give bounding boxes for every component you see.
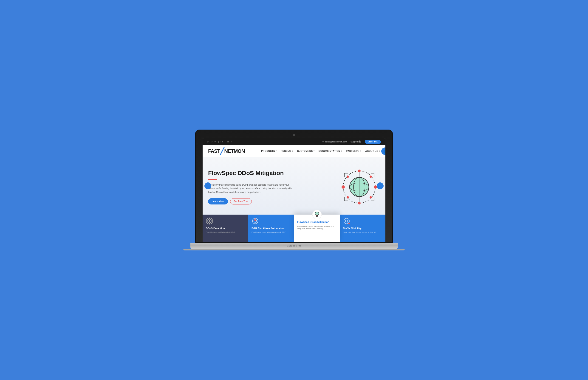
- flowspec-icon-floating: [312, 209, 322, 221]
- macbook-bottom: MacBook Pro: [190, 243, 398, 249]
- hero-title: FlowSpec DDoS Mitigation: [208, 170, 295, 177]
- feature-card-ddos-detection: DDoS Detection Fast, Reliable and Automa…: [202, 215, 248, 242]
- features-section: DDoS Detection Fast, Reliable and Automa…: [202, 215, 386, 242]
- bgp-blackhole-title: BGP BlackHole Automation: [252, 227, 291, 230]
- feature-card-bgp-blackhole: BGP BlackHole Automation Flexible and ra…: [248, 215, 294, 242]
- floating-users-button[interactable]: 👥: [381, 148, 386, 155]
- products-arrow-icon: ▾: [276, 150, 277, 152]
- social-icon-2[interactable]: ↗: [211, 141, 213, 143]
- nav-item-partners[interactable]: PARTNERS ▾: [346, 150, 361, 152]
- about-arrow-icon: ▾: [379, 150, 380, 152]
- learn-more-button[interactable]: Learn More: [208, 198, 228, 205]
- macbook-foot: [183, 249, 404, 250]
- social-icon-linkedin[interactable]: in: [227, 141, 229, 143]
- social-icon-3[interactable]: ✉: [215, 141, 216, 143]
- svg-point-42: [349, 223, 350, 224]
- nav-item-products[interactable]: PRODUCTS ▾: [261, 150, 277, 152]
- top-bar-right: ✉ sales@fastnetmon.com Support ? Order T…: [322, 140, 381, 144]
- flowspec-desc: Block attack's traffic directly and inst…: [297, 225, 336, 230]
- nav-item-pricing[interactable]: PRICING ▾: [281, 150, 293, 152]
- macbook-top: ➤ ↗ ✉ ◯ f t in ○ ✉ sales@fastnetmon.com: [195, 130, 393, 243]
- nav-bar: FAST ╱ NETMON PRODUCTS ▾ PRICING ▾: [202, 145, 386, 157]
- traffic-visibility-desc: Keep your data for any period of time wi…: [343, 231, 382, 233]
- next-slide-button[interactable]: →: [377, 182, 384, 189]
- svg-rect-38: [316, 216, 318, 217]
- macbook-label: MacBook Pro: [286, 245, 301, 247]
- svg-point-23: [369, 196, 372, 198]
- prev-slide-button[interactable]: ←: [204, 182, 211, 189]
- support-icon: ?: [358, 140, 361, 143]
- svg-point-18: [358, 170, 361, 172]
- partners-arrow-icon: ▾: [360, 150, 361, 152]
- bgp-blackhole-desc: Flexible and rapid with supporting all B…: [252, 231, 291, 233]
- hero-description: Block only malicious traffic using BGP F…: [208, 183, 295, 194]
- svg-point-19: [358, 202, 361, 205]
- users-icon: 👥: [383, 150, 386, 153]
- svg-point-34: [255, 219, 256, 220]
- hero-title-underline: [208, 179, 217, 180]
- social-icon-twitter[interactable]: t: [225, 141, 225, 143]
- social-icon-github[interactable]: ○: [231, 141, 232, 143]
- social-icon-facebook[interactable]: f: [222, 141, 223, 143]
- svg-point-26: [209, 220, 210, 222]
- svg-point-20: [347, 175, 349, 178]
- macbook-wrapper: ➤ ↗ ✉ ◯ f t in ○ ✉ sales@fastnetmon.com: [195, 130, 393, 250]
- support-link[interactable]: Support ?: [350, 140, 361, 143]
- free-trial-button[interactable]: Get Free Trial: [230, 198, 252, 205]
- hero-content: FlowSpec DDoS Mitigation Block only mali…: [208, 170, 295, 204]
- website: ➤ ↗ ✉ ◯ f t in ○ ✉ sales@fastnetmon.com: [202, 138, 386, 242]
- order-trial-button[interactable]: Order Trial: [365, 140, 381, 144]
- pricing-arrow-icon: ▾: [292, 150, 293, 152]
- nav-item-documentation[interactable]: DOCUMENTATION ▾: [319, 150, 342, 152]
- email-link[interactable]: ✉ sales@fastnetmon.com: [322, 141, 347, 143]
- nav-item-customers[interactable]: CUSTOMERS ▾: [297, 150, 314, 152]
- svg-point-21: [369, 175, 372, 178]
- logo-netmon: NETMON: [224, 148, 245, 154]
- camera-notch: [293, 134, 295, 136]
- traffic-visibility-icon: [343, 217, 382, 226]
- hero-section: ← FlowSpec DDoS Mitigation Block only ma…: [202, 157, 386, 215]
- feature-card-traffic-visibility: Traffic Visibility Keep your data for an…: [340, 215, 386, 242]
- logo[interactable]: FAST ╱ NETMON: [208, 148, 245, 154]
- ddos-detection-title: DDoS Detection: [206, 227, 245, 230]
- logo-slash-icon: ╱: [220, 148, 224, 154]
- nav-links: PRODUCTS ▾ PRICING ▾ CUSTOMERS ▾ DOCUM: [261, 150, 380, 152]
- logo-fast: FAST: [208, 148, 220, 154]
- social-icon-1[interactable]: ➤: [207, 141, 209, 143]
- top-bar: ➤ ↗ ✉ ◯ f t in ○ ✉ sales@fastnetmon.com: [202, 138, 386, 145]
- svg-point-17: [374, 185, 377, 189]
- social-links: ➤ ↗ ✉ ◯ f t in ○: [207, 141, 232, 143]
- bgp-blackhole-icon: [252, 217, 291, 226]
- ddos-detection-icon: [206, 217, 245, 226]
- screen-bezel: ➤ ↗ ✉ ◯ f t in ○ ✉ sales@fastnetmon.com: [202, 138, 386, 242]
- traffic-visibility-title: Traffic Visibility: [343, 227, 382, 230]
- svg-point-22: [347, 196, 349, 198]
- customers-arrow-icon: ▾: [313, 150, 315, 152]
- documentation-arrow-icon: ▾: [341, 150, 342, 152]
- nav-item-about[interactable]: ABOUT US ▾: [365, 150, 380, 152]
- hero-illustration: [339, 169, 380, 205]
- ddos-detection-desc: Fast, Reliable and Automated DDoS: [206, 231, 245, 233]
- email-icon: ✉: [322, 141, 324, 143]
- svg-point-31: [252, 218, 258, 224]
- svg-point-16: [342, 185, 345, 189]
- social-icon-4[interactable]: ◯: [218, 141, 220, 143]
- svg-rect-37: [316, 215, 318, 216]
- flowspec-title: FlowSpec DDoS Mitigation: [297, 221, 336, 224]
- hero-buttons: Learn More Get Free Trial: [208, 198, 295, 205]
- feature-card-flowspec: FlowSpec DDoS Mitigation Block attack's …: [294, 215, 340, 242]
